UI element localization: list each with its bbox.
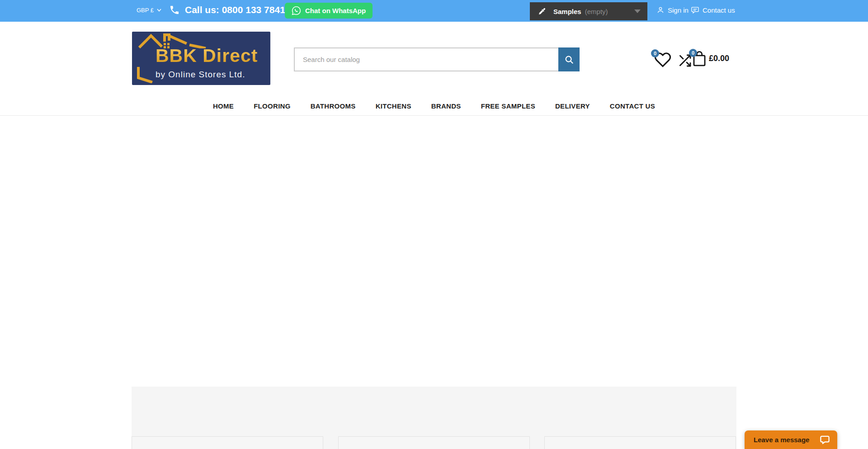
samples-label: Samples: [553, 8, 581, 15]
search-icon: [564, 55, 574, 65]
contact-us-label: Contact us: [703, 6, 735, 14]
phone-icon: [169, 5, 180, 15]
currency-label: GBP £: [137, 7, 154, 14]
logo-wall-icon: [137, 67, 154, 83]
nav-item-delivery[interactable]: DELIVERY: [555, 102, 590, 110]
nav-item-flooring[interactable]: FLOORING: [254, 102, 291, 110]
caret-down-icon: [634, 9, 641, 13]
wishlist-count-badge: 0: [651, 49, 659, 57]
whatsapp-label: Chat on WhatsApp: [305, 7, 366, 14]
cart-button[interactable]: 0: [692, 50, 707, 68]
logo[interactable]: BBK Direct by Online Stores Ltd.: [132, 32, 270, 85]
whatsapp-button[interactable]: Chat on WhatsApp: [285, 3, 373, 19]
samples-dropdown[interactable]: Samples (empty): [530, 2, 647, 20]
placeholder-card: [544, 436, 736, 449]
whatsapp-icon: [292, 6, 301, 15]
nav-item-brands[interactable]: BRANDS: [431, 102, 461, 110]
page: GBP £ Call us: 0800 133 7841 Chat on Wha…: [0, 0, 868, 449]
chevron-down-icon: [157, 9, 161, 12]
currency-selector[interactable]: GBP £: [137, 0, 161, 20]
sign-in-link[interactable]: Sign in: [656, 0, 689, 20]
search-button[interactable]: [558, 47, 580, 71]
placeholder-card: [338, 436, 530, 449]
cart-count-badge: 0: [689, 49, 697, 57]
main-nav: HOME FLOORING BATHROOMS KITCHENS BRANDS …: [0, 96, 868, 116]
placeholder-card: [132, 436, 323, 449]
user-icon: [656, 6, 665, 14]
hero-slider-region: [0, 116, 868, 387]
nav-item-home[interactable]: HOME: [213, 102, 234, 110]
nav-item-contact-us[interactable]: CONTACT US: [610, 102, 655, 110]
call-us-label: Call us: 0800 133 7841: [185, 5, 285, 15]
logo-subtitle: by Online Stores Ltd.: [156, 70, 245, 80]
logo-title: BBK Direct: [156, 45, 258, 66]
nav-item-bathrooms[interactable]: BATHROOMS: [311, 102, 356, 110]
call-us-link[interactable]: Call us: 0800 133 7841: [169, 0, 285, 20]
nav-item-kitchens[interactable]: KITCHENS: [376, 102, 411, 110]
contact-us-link[interactable]: Contact us: [691, 0, 735, 20]
chat-widget[interactable]: Leave a message: [745, 430, 837, 449]
chat-widget-label: Leave a message: [754, 436, 809, 444]
featured-section: [132, 387, 736, 449]
search-input[interactable]: [294, 47, 558, 71]
eyedropper-icon: [537, 6, 547, 17]
cart-total[interactable]: £0.00: [709, 52, 729, 64]
samples-status: (empty): [585, 8, 608, 15]
wishlist-button[interactable]: 0: [654, 51, 672, 69]
chat-widget-icon: [820, 435, 830, 445]
chat-bubble-icon: [691, 6, 699, 14]
sign-in-label: Sign in: [668, 6, 689, 14]
nav-item-free-samples[interactable]: FREE SAMPLES: [481, 102, 535, 110]
header: BBK Direct by Online Stores Ltd. 0 0 £0.…: [0, 22, 868, 96]
topbar: GBP £ Call us: 0800 133 7841 Chat on Wha…: [0, 0, 868, 22]
search-form: [294, 47, 580, 71]
